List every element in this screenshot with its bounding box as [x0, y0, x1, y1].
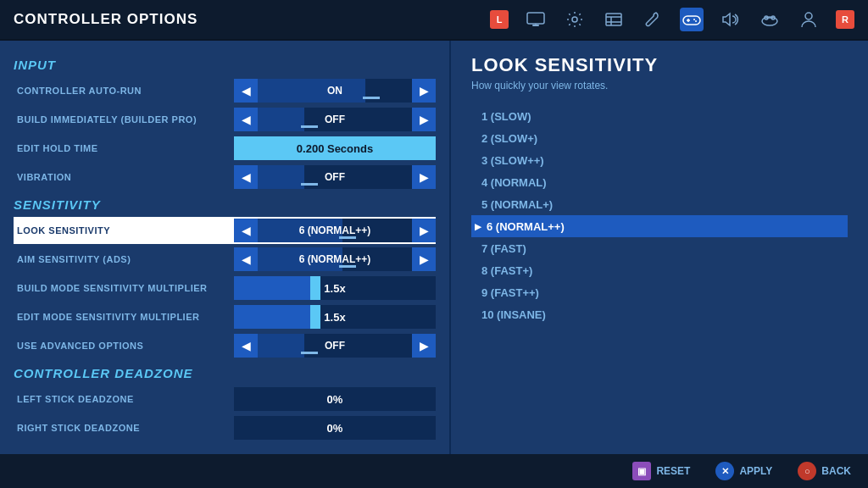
build-immediately-value: OFF	[258, 108, 412, 131]
svg-rect-0	[527, 13, 544, 24]
svg-point-17	[805, 13, 812, 19]
sensitivity-option-8[interactable]: 8 (FAST+)	[471, 259, 848, 281]
main-content: INPUT CONTROLLER AUTO-RUN ◀ ON ▶ BUILD I…	[0, 41, 868, 454]
person-icon[interactable]	[797, 8, 821, 31]
header: CONTROLLER OPTIONS L R	[0, 0, 868, 41]
build-mode-sensitivity-label: BUILD MODE SENSITIVITY MULTIPLIER	[14, 283, 234, 293]
look-sensitivity-right-arrow[interactable]: ▶	[412, 219, 436, 242]
look-sensitivity-left-arrow[interactable]: ◀	[234, 219, 258, 242]
sensitivity-option-4[interactable]: 4 (NORMAL)	[471, 171, 848, 193]
speaker-icon[interactable]	[719, 8, 743, 31]
back-button-icon[interactable]: ○	[798, 462, 816, 480]
reset-label: RESET	[656, 465, 690, 477]
use-advanced-options-left-arrow[interactable]: ◀	[234, 334, 258, 358]
controller-auto-run-label: CONTROLLER AUTO-RUN	[14, 86, 234, 96]
setting-use-advanced-options: USE ADVANCED OPTIONS ◀ OFF ▶	[14, 332, 436, 359]
look-sensitivity-control: ◀ 6 (NORMAL++) ▶	[234, 219, 436, 242]
aim-sensitivity-value: 6 (NORMAL++)	[258, 247, 412, 271]
use-advanced-options-value: OFF	[258, 334, 412, 358]
sensitivity-option-2[interactable]: 2 (SLOW+)	[471, 127, 848, 149]
right-panel-title: LOOK SENSITIVITY	[471, 54, 848, 76]
section-sensitivity-header: SENSITIVITY	[14, 197, 436, 212]
gear-icon[interactable]	[563, 8, 587, 31]
edit-mode-sensitivity-label: EDIT MODE SENSITIVITY MULTIPLIER	[14, 312, 234, 322]
setting-left-stick-deadzone: LEFT STICK DEADZONE 0%	[14, 385, 436, 413]
section-deadzone-header: CONTROLLER DEADZONE	[14, 366, 436, 380]
right-stick-deadzone-value[interactable]: 0%	[234, 416, 436, 440]
wrench-icon[interactable]	[641, 8, 665, 31]
edit-hold-time-control: 0.200 Seconds	[234, 136, 436, 160]
right-stick-deadzone-label: RIGHT STICK DEADZONE	[14, 423, 234, 433]
aim-sensitivity-control: ◀ 6 (NORMAL++) ▶	[234, 247, 436, 271]
controller-auto-run-value: ON	[258, 79, 412, 103]
setting-build-immediately: BUILD IMMEDIATELY (BUILDER PRO) ◀ OFF ▶	[14, 106, 436, 133]
vibration-left-arrow[interactable]: ◀	[234, 165, 258, 189]
aim-sensitivity-left-arrow[interactable]: ◀	[234, 247, 258, 271]
vibration-control: ◀ OFF ▶	[234, 165, 436, 189]
setting-look-sensitivity[interactable]: LOOK SENSITIVITY ◀ 6 (NORMAL++) ▶	[14, 217, 436, 244]
controller-icon[interactable]	[680, 8, 704, 31]
apply-action: ✕ APPLY	[715, 462, 772, 480]
sensitivity-option-7[interactable]: 7 (FAST)	[471, 237, 848, 259]
edit-mode-sensitivity-value[interactable]: 1.5x	[234, 305, 436, 329]
build-immediately-right-arrow[interactable]: ▶	[412, 108, 436, 131]
sensitivity-option-1[interactable]: 1 (SLOW)	[471, 105, 848, 127]
page-title: CONTROLLER OPTIONS	[14, 11, 198, 28]
svg-rect-8	[683, 16, 700, 25]
sensitivity-option-6[interactable]: 6 (NORMAL++)	[471, 215, 848, 237]
setting-aim-sensitivity: AIM SENSITIVITY (ADS) ◀ 6 (NORMAL++) ▶	[14, 246, 436, 273]
edit-hold-time-value[interactable]: 0.200 Seconds	[234, 136, 436, 160]
controller-auto-run-control: ◀ ON ▶	[234, 79, 436, 103]
left-stick-deadzone-label: LEFT STICK DEADZONE	[14, 394, 234, 404]
build-immediately-left-arrow[interactable]: ◀	[234, 108, 258, 131]
vibration-label: VIBRATION	[14, 172, 234, 182]
svg-point-3	[572, 17, 577, 22]
svg-point-11	[693, 19, 695, 20]
use-advanced-options-right-arrow[interactable]: ▶	[412, 334, 436, 358]
apply-label: APPLY	[739, 465, 772, 477]
setting-build-mode-sensitivity: BUILD MODE SENSITIVITY MULTIPLIER 1.5x	[14, 274, 436, 302]
gamepad-icon[interactable]	[758, 8, 782, 31]
section-input-header: INPUT	[14, 58, 436, 72]
aim-sensitivity-right-arrow[interactable]: ▶	[412, 247, 436, 271]
edit-mode-sensitivity-control: 1.5x	[234, 305, 436, 329]
layout-icon[interactable]	[602, 8, 626, 31]
sensitivity-option-3[interactable]: 3 (SLOW++)	[471, 149, 848, 171]
l-badge[interactable]: L	[490, 10, 509, 29]
right-panel-subtitle: How quickly your view rotates.	[471, 80, 848, 92]
setting-edit-hold-time: EDIT HOLD TIME 0.200 Seconds	[14, 135, 436, 162]
build-immediately-control: ◀ OFF ▶	[234, 108, 436, 131]
controller-auto-run-right-arrow[interactable]: ▶	[412, 79, 436, 103]
svg-rect-1	[532, 25, 539, 26]
right-stick-deadzone-control: 0%	[234, 416, 436, 440]
sensitivity-options-list: 1 (SLOW) 2 (SLOW+) 3 (SLOW++) 4 (NORMAL)…	[471, 105, 848, 325]
footer: ▣ RESET ✕ APPLY ○ BACK	[0, 454, 868, 488]
left-stick-deadzone-value[interactable]: 0%	[234, 387, 436, 411]
sensitivity-option-10[interactable]: 10 (INSANE)	[471, 303, 848, 325]
r-badge[interactable]: R	[836, 10, 854, 29]
edit-hold-time-label: EDIT HOLD TIME	[14, 143, 234, 153]
setting-controller-auto-run: CONTROLLER AUTO-RUN ◀ ON ▶	[14, 77, 436, 104]
svg-rect-4	[606, 14, 621, 25]
vibration-value: OFF	[258, 165, 412, 189]
setting-right-stick-deadzone: RIGHT STICK DEADZONE 0%	[14, 414, 436, 441]
back-action: ○ BACK	[798, 462, 851, 480]
look-sensitivity-value: 6 (NORMAL++)	[258, 219, 412, 242]
header-nav: L R	[490, 8, 854, 31]
sensitivity-option-9[interactable]: 9 (FAST++)	[471, 281, 848, 303]
build-mode-sensitivity-value[interactable]: 1.5x	[234, 276, 436, 300]
use-advanced-options-control: ◀ OFF ▶	[234, 334, 436, 358]
sensitivity-option-5[interactable]: 5 (NORMAL+)	[471, 193, 848, 215]
reset-button-icon[interactable]: ▣	[632, 462, 651, 480]
left-stick-deadzone-control: 0%	[234, 387, 436, 411]
left-panel: INPUT CONTROLLER AUTO-RUN ◀ ON ▶ BUILD I…	[0, 41, 449, 454]
setting-vibration: VIBRATION ◀ OFF ▶	[14, 164, 436, 191]
controller-auto-run-left-arrow[interactable]: ◀	[234, 79, 258, 103]
setting-edit-mode-sensitivity: EDIT MODE SENSITIVITY MULTIPLIER 1.5x	[14, 303, 436, 330]
apply-button-icon[interactable]: ✕	[715, 462, 734, 480]
use-advanced-options-label: USE ADVANCED OPTIONS	[14, 341, 234, 351]
look-sensitivity-label: LOOK SENSITIVITY	[14, 225, 234, 236]
monitor-icon[interactable]	[524, 8, 548, 31]
vibration-right-arrow[interactable]: ▶	[412, 165, 436, 189]
back-label: BACK	[821, 465, 851, 477]
